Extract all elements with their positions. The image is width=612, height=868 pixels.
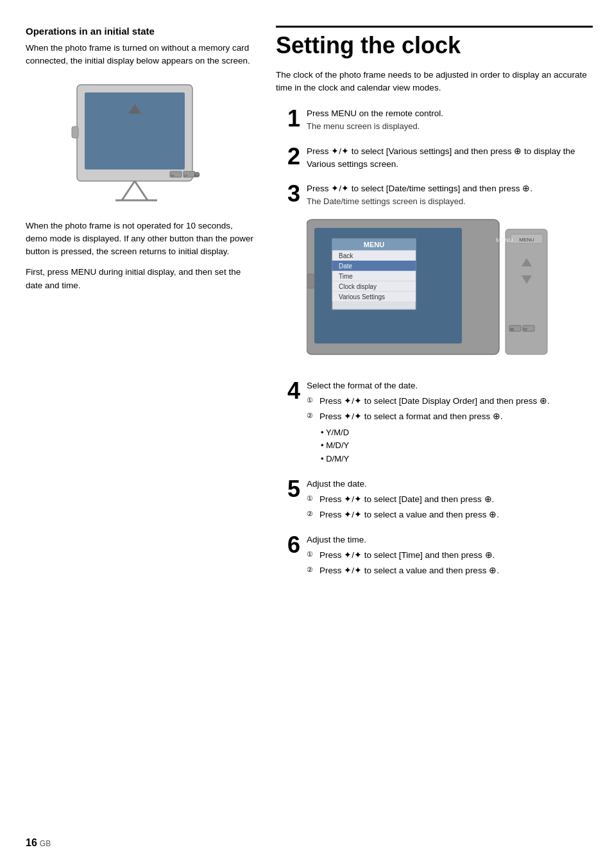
sub-number-4-2: ② [307,410,317,423]
svg-text:MENU: MENU [519,237,534,243]
svg-text:Clock display: Clock display [339,283,377,290]
main-title: Setting the clock [276,26,593,58]
svg-text:CF: CF [184,174,188,177]
bullet-dmy: D/M/Y [321,453,593,466]
svg-rect-37 [307,274,314,288]
bullet-ymd: Y/M/D [321,426,593,440]
svg-text:SD: SD [510,328,514,331]
step-main-4: Select the format of the date. [307,381,418,390]
step-number-4: 4 [276,379,300,403]
step-3: 3 Press ✦/✦ to select [Date/time setting… [276,182,593,368]
step-main-2: Press ✦/✦ to select [Various settings] a… [307,146,575,169]
right-column: Setting the clock The clock of the photo… [276,26,593,842]
sub-text-6-2: Press ✦/✦ to select a value and then pre… [319,564,499,577]
svg-text:SD: SD [171,174,174,177]
step-number-3: 3 [276,182,300,205]
step-sub-1: The menu screen is displayed. [307,121,420,131]
svg-line-2 [122,181,135,200]
step-5: 5 Adjust the date. ① Press ✦/✦ to select… [276,478,593,522]
svg-text:CF: CF [523,328,527,331]
sub-number-5-2: ② [307,508,317,521]
step-content-2: Press ✦/✦ to select [Various settings] a… [307,145,593,171]
step-main-6: Adjust the time. [307,535,366,544]
step-content-1: Press MENU on the remote control. The me… [307,107,593,134]
step-main-3: Press ✦/✦ to select [Date/time settings]… [307,184,532,193]
sub-step-5-2: ② Press ✦/✦ to select a value and then p… [307,508,593,521]
sub-number-6-2: ② [307,564,317,577]
step-main-5: Adjust the date. [307,479,367,489]
sub-text-5-2: Press ✦/✦ to select a value and then pre… [319,508,499,521]
sub-step-6-1: ① Press ✦/✦ to select [Time] and then pr… [307,549,593,562]
date-format-list: Y/M/D M/D/Y D/M/Y [321,426,593,466]
step-number-1: 1 [276,107,300,130]
svg-text:MENU: MENU [364,241,384,248]
step-content-3: Press ✦/✦ to select [Date/time settings]… [307,182,593,368]
step-number-5: 5 [276,478,300,501]
step-sub-3: The Date/time settings screen is display… [307,196,466,206]
svg-text:Date: Date [339,263,353,270]
step-1: 1 Press MENU on the remote control. The … [276,107,593,134]
section-title: Operations in an initial state [26,26,257,37]
device-illustration: SD CF M.S [58,78,225,207]
page-number: 16 [26,837,37,849]
svg-text:MENU: MENU [496,237,513,243]
svg-line-3 [135,181,148,200]
intro-text: The clock of the photo frame needs to be… [276,69,593,95]
page-footer: 16 GB [26,837,51,849]
sub-text-5-1: Press ✦/✦ to select [Date] and then pres… [319,493,494,506]
step-number-2: 2 [276,145,300,168]
sub-step-4-1: ① Press ✦/✦ to select [Date Display Orde… [307,395,593,408]
step-content-5: Adjust the date. ① Press ✦/✦ to select [… [307,478,593,522]
step-2: 2 Press ✦/✦ to select [Various settings]… [276,145,593,171]
page-label: GB [40,839,51,848]
left-para2: When the photo frame is not operated for… [26,220,257,259]
sub-step-5-1: ① Press ✦/✦ to select [Date] and then pr… [307,493,593,506]
sub-number-6-1: ① [307,549,317,562]
sub-number-4-1: ① [307,395,317,408]
step-main-1: Press MENU on the remote control. [307,108,443,118]
sub-text-4-2: Press ✦/✦ to select a format and then pr… [319,410,503,423]
svg-rect-28 [506,229,547,354]
sub-step-6-2: ② Press ✦/✦ to select a value and then p… [307,564,593,577]
bullet-mdy: M/D/Y [321,439,593,453]
step-content-4: Select the format of the date. ① Press ✦… [307,379,593,466]
sub-number-5-1: ① [307,493,317,506]
svg-rect-5 [72,126,78,138]
step-number-6: 6 [276,534,300,557]
sub-step-4-2: ② Press ✦/✦ to select a format and then … [307,410,593,423]
left-para1: When the photo frame is turned on withou… [26,42,257,68]
step-4: 4 Select the format of the date. ① Press… [276,379,593,466]
menu-svg: MENU Back Date Time Clock display Variou… [307,216,550,364]
menu-screenshot: MENU Back Date Time Clock display Variou… [307,216,550,368]
sub-text-6-1: Press ✦/✦ to select [Time] and then pres… [319,549,495,562]
svg-text:M.S: M.S [194,174,199,177]
left-column: Operations in an initial state When the … [26,26,257,842]
page: Operations in an initial state When the … [0,0,612,868]
svg-text:Back: Back [339,252,353,259]
svg-text:Time: Time [339,273,353,280]
sub-text-4-1: Press ✦/✦ to select [Date Display Order]… [319,395,550,408]
step-6: 6 Adjust the time. ① Press ✦/✦ to select… [276,534,593,578]
left-para3: First, press MENU during initial display… [26,266,257,292]
step-content-6: Adjust the time. ① Press ✦/✦ to select [… [307,534,593,578]
svg-text:Various Settings: Various Settings [339,293,385,300]
